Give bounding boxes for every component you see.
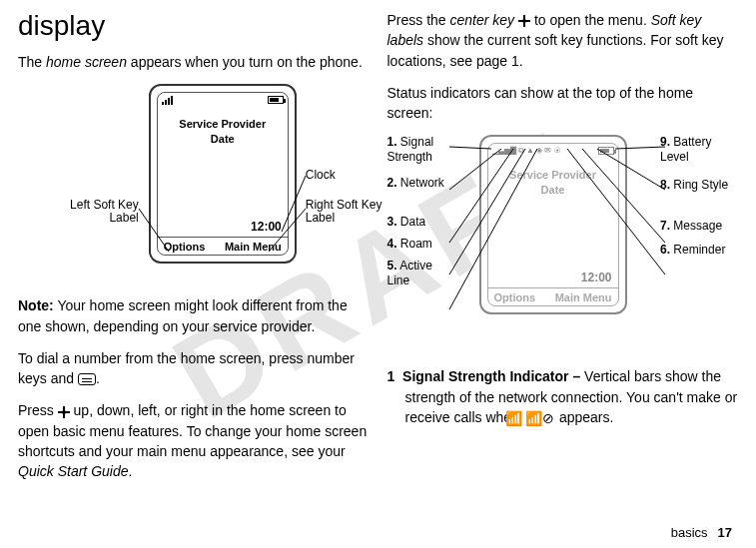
page-footer: basics17 [671,525,732,540]
annotation-left-softkey: Left Soft Key Label [44,199,139,225]
annotation-right-softkey: Right Soft Key Label [306,199,400,225]
nav-text: Press up, down, left, or right in the ho… [18,400,370,481]
no-signal-slash-icon: 📶⊘ [543,408,555,428]
phone2-clock: 12:00 [581,271,612,286]
right-p1: Press the center key to open the menu. S… [387,10,739,71]
right-p2: Status indicators can show at the top of… [387,83,739,124]
indicator-4: 4. Roam [387,237,449,251]
date-label: Date [158,132,288,146]
indicator-8: 8. Ring Style [660,178,738,192]
provider-label: Service Provider [158,117,288,131]
intro-text: The home screen appears when you turn on… [18,52,370,72]
clock-label: 12:00 [251,220,282,236]
phone2-left-soft: Options [494,291,536,303]
indicator-6: 6. Reminder [660,243,738,257]
indicator-description-list: 1 Signal Strength Indicator – Vertical b… [387,366,739,428]
phone2-right-soft: Main Menu [555,291,612,303]
phone-outline: Service Provider Date 12:00 Options Main… [149,84,297,264]
center-key-icon [518,15,530,27]
home-screen-figure: Service Provider Date 12:00 Options Main… [44,84,344,283]
indicator-5: 5. Active Line [387,259,449,287]
right-softkey-label: Main Menu [225,241,282,253]
status-indicator-figure: 1. Signal Strength 2. Network 3. Data 4.… [387,135,739,354]
indicator-3: 3. Data [387,215,449,229]
annotation-clock: Clock [306,169,336,182]
indicator-2: 2. Network [387,176,449,190]
note-text: Note: Your home screen might look differ… [18,295,370,336]
phone2-outline: ▁▃▅▇ ⧉ ▲ ◈ ✉ ⦿ Service Provider Date 12:… [479,135,627,314]
battery-icon [268,96,284,104]
indicator-7: 7. Message [660,219,738,233]
signal-bars-icon [162,95,174,105]
indicator-1: 1. Signal Strength [387,135,449,164]
nav-key-icon [58,406,70,418]
indicator-9: 9. Battery Level [660,135,738,164]
left-softkey-label: Options [164,241,206,253]
phone2-date: Date [488,183,618,197]
section-heading: display [18,10,370,42]
send-key-icon [78,373,96,385]
phone2-provider: Service Provider [488,168,618,182]
dial-text: To dial a number from the home screen, p… [18,348,370,389]
